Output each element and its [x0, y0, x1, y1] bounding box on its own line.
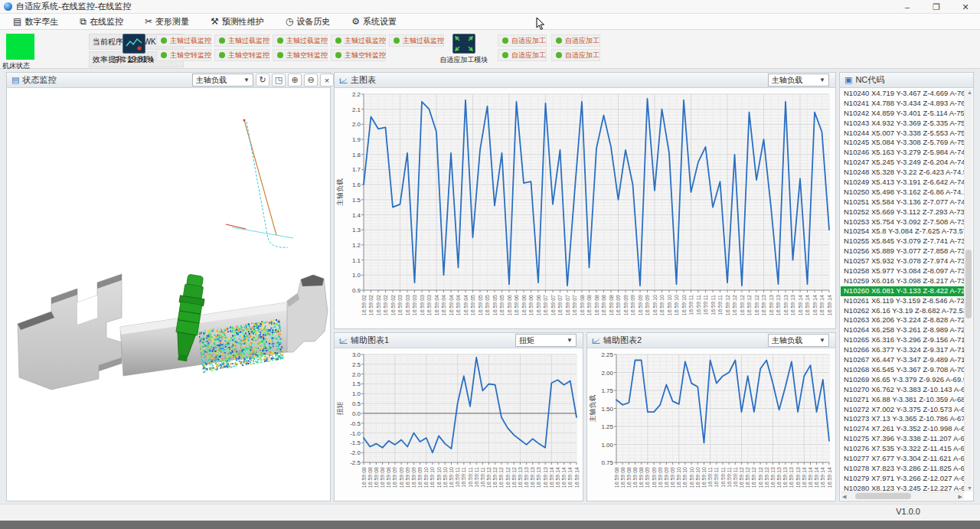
svg-text:16:59:14: 16:59:14 — [827, 467, 832, 488]
nc-line[interactable]: N10267 X6.447 Y-3.347 Z-9.489 A-71.055 — [841, 355, 964, 365]
nc-line[interactable]: N10262 X6.16 Y-3.19 Z-8.682 A-72.534 C — [841, 306, 964, 316]
nc-line[interactable]: N10246 X5.163 Y-3.279 Z-5.984 A-74.892 — [841, 148, 964, 158]
close-button[interactable]: ✕ — [951, 0, 980, 14]
svg-text:16:59:08: 16:59:08 — [361, 467, 367, 488]
rotate-icon[interactable]: ↻ — [256, 73, 270, 87]
nc-line[interactable]: N10254 X5.8 Y-3.084 Z-7.625 A-73.571 C — [841, 227, 964, 237]
nc-line[interactable]: N10241 X4.788 Y-3.434 Z-4.893 A-76.062 — [841, 99, 964, 109]
nc-line[interactable]: N10256 X5.889 Y-3.077 Z-7.858 A-73.348 — [841, 247, 964, 256]
svg-text:16:59:10: 16:59:10 — [667, 295, 672, 315]
spindle-overload-button-3[interactable]: 主轴过载监控 — [273, 34, 328, 47]
nc-line[interactable]: N10275 X7.396 Y-3.338 Z-11.207 A-65.95 — [841, 434, 964, 444]
maximize-button[interactable]: ❐ — [922, 0, 951, 14]
nc-line[interactable]: N10258 X5.977 Y-3.084 Z-8.097 A-73.138 — [841, 266, 964, 276]
nc-line[interactable]: N10265 X6.316 Y-3.296 Z-9.156 A-71.771 — [841, 335, 964, 345]
nc-line[interactable]: N10263 X6.206 Y-3.224 Z-8.828 A-72.33 ( — [841, 315, 964, 325]
nc-line[interactable]: N10250 X5.498 Y-3.162 Z-6.86 A-74.178 ( — [841, 188, 964, 198]
nc-line[interactable]: N10249 X5.413 Y-3.191 Z-6.642 A-74.346 — [841, 178, 964, 188]
spindle-idle-button-4[interactable]: 主轴空转监控 — [331, 49, 386, 61]
view-signal-dropdown[interactable]: 主轴负载▼ — [192, 73, 253, 87]
adaptive-machining-button-2[interactable]: 自适应加工 — [551, 34, 600, 47]
nc-line[interactable]: N10255 X5.845 Y-3.079 Z-7.741 A-73.458 — [841, 237, 964, 247]
nc-line-current[interactable]: N10260 X6.081 Y-3.133 Z-8.422 A-72.835 — [841, 286, 964, 296]
nc-line[interactable]: N10242 X4.859 Y-3.401 Z-5.114 A-75.775 — [841, 109, 964, 119]
nc-line[interactable]: N10247 X5.245 Y-3.249 Z-6.204 A-74.701 — [841, 158, 964, 168]
nc-horizontal-scrollbar[interactable]: ◀ ▶ — [841, 491, 964, 500]
nc-line[interactable]: N10273 X7.13 Y-3.365 Z-10.786 A-67.372 — [841, 414, 964, 424]
svg-text:16:59:11: 16:59:11 — [714, 467, 719, 488]
spindle-overload-button-4[interactable]: 主轴过载监控 — [331, 34, 386, 47]
svg-text:16:59:05: 16:59:05 — [485, 295, 490, 315]
nc-line[interactable]: N10264 X6.258 Y-3.261 Z-8.989 A-72.072 — [841, 325, 964, 335]
spindle-idle-button-2[interactable]: 主轴空转监控 — [214, 49, 270, 61]
nc-line[interactable]: N10266 X6.377 Y-3.324 Z-9.317 A-71.443 — [841, 345, 964, 355]
svg-text:16:59:11: 16:59:11 — [455, 467, 460, 488]
nc-line[interactable]: N10244 X5.007 Y-3.338 Z-5.553 A-75.297 — [841, 129, 964, 139]
aux-chart1-plot[interactable]: -2.5-2.0-1.5-1.0-0.50.00.51.01.52.02.53.… — [335, 348, 583, 501]
nc-line[interactable]: N10271 X6.88 Y-3.381 Z-10.359 A-68.711 — [841, 395, 964, 405]
nc-line[interactable]: N10276 X7.535 Y-3.322 Z-11.415 A-65.22 — [841, 444, 964, 454]
nc-line[interactable]: N10277 X7.677 Y-3.304 Z-11.621 A-64.48 — [841, 454, 964, 464]
spindle-overload-button-5[interactable]: 主轴过载监控 — [389, 34, 444, 47]
3d-model-viewport[interactable] — [7, 88, 330, 501]
svg-text:16:59:14: 16:59:14 — [798, 295, 803, 315]
aux-chart1-signal-dropdown[interactable]: 扭矩▼ — [515, 334, 577, 347]
main-chart-signal-dropdown[interactable]: 主轴负载▼ — [768, 73, 829, 87]
spindle-idle-button-1[interactable]: 主轴空转监控 — [156, 49, 211, 61]
nc-line[interactable]: N10253 X5.754 Y-3.092 Z-7.508 A-73.677 — [841, 217, 964, 227]
nc-code-list[interactable]: N10240 X4.719 Y-3.467 Z-4.669 A-76.396N1… — [841, 89, 964, 491]
menu-item-monitor[interactable]: ⧉在线监控 — [73, 15, 130, 29]
nc-line[interactable]: N10248 X5.328 Y-3.22 Z-6.423 A-74.52 C — [841, 168, 964, 178]
menu-item-wrench[interactable]: ⚒预测性维护 — [204, 15, 271, 29]
svg-text:16:59:04: 16:59:04 — [434, 295, 439, 315]
nc-line[interactable]: N10257 X5.932 Y-3.078 Z-7.974 A-73.243 — [841, 256, 964, 266]
button-label: 主轴空转监控 — [286, 51, 328, 60]
nc-line[interactable]: N10245 X5.084 Y-3.308 Z-5.769 A-75.088 — [841, 138, 964, 148]
svg-text:2.25: 2.25 — [601, 351, 613, 358]
menu-item-document[interactable]: ▤数字孪生 — [6, 15, 65, 29]
svg-text:16:59:13: 16:59:13 — [524, 467, 529, 488]
zoom-out-icon[interactable]: ⊖ — [304, 73, 318, 87]
nc-line[interactable]: N10251 X5.584 Y-3.136 Z-7.077 A-74.012 — [841, 198, 964, 207]
svg-text:1.2: 1.2 — [352, 242, 361, 249]
aux-chart2-plot[interactable]: 0.751.001.251.501.752.002.2516:59:0816:5… — [587, 348, 835, 501]
spindle-idle-button-3[interactable]: 主轴空转监控 — [273, 49, 328, 61]
fit-icon[interactable]: × — [320, 73, 334, 87]
nc-line[interactable]: N10259 X6.016 Y-3.098 Z-8.217 A-73.036 — [841, 276, 964, 286]
nc-line[interactable]: N10243 X4.932 Y-3.369 Z-5.335 A-75.523 — [841, 119, 964, 129]
nc-line[interactable]: N10268 X6.545 Y-3.367 Z-9.708 A-70.519 — [841, 365, 964, 375]
menu-item-measure[interactable]: ✂变形测量 — [138, 15, 196, 29]
spindle-overload-button-2[interactable]: 主轴过载监控 — [214, 34, 270, 47]
adaptive-machining-button-1[interactable]: 自适应加工 — [498, 34, 547, 47]
nc-line[interactable]: N10278 X7.823 Y-3.286 Z-11.825 A-63.73 — [841, 464, 964, 474]
nc-line[interactable]: N10274 X7.261 Y-3.352 Z-10.998 A-66.67 — [841, 424, 964, 434]
adaptive-machining-button-4[interactable]: 自适应加工 — [551, 49, 600, 61]
nc-line[interactable]: N10269 X6.65 Y-3.379 Z-9.926 A-69.947 ( — [841, 375, 964, 385]
adaptive-module-icon[interactable] — [452, 34, 475, 54]
nc-line[interactable]: N10270 X6.762 Y-3.383 Z-10.143 A-69.34 — [841, 385, 964, 395]
nc-line[interactable]: N10280 X8.123 Y-3.245 Z-12.227 A-62.23 — [841, 484, 964, 491]
nc-line[interactable]: N10240 X4.719 Y-3.467 Z-4.669 A-76.396 — [841, 89, 964, 99]
nc-line[interactable]: N10272 X7.002 Y-3.375 Z-10.573 A-68.05 — [841, 405, 964, 415]
nc-line[interactable]: N10252 X5.669 Y-3.112 Z-7.293 A-73.844 — [841, 207, 964, 217]
nc-vertical-scrollbar[interactable]: ▲ ▼ — [964, 89, 972, 491]
nc-line[interactable]: N10261 X6.119 Y-3.159 Z-8.546 A-72.701 — [841, 296, 964, 306]
status-dot-icon — [277, 52, 283, 58]
cube-icon[interactable]: ◳ — [272, 73, 286, 87]
adaptive-machining-button-3[interactable]: 自适应加工 — [498, 49, 547, 61]
window-title: 自适应系统-在线监控-在线监控 — [16, 1, 131, 12]
minimize-button[interactable]: – — [893, 0, 922, 14]
menu-item-history[interactable]: ◷设备历史 — [279, 15, 337, 29]
spindle-overload-button-1[interactable]: 主轴过载监控 — [156, 34, 211, 47]
main-chart-plot[interactable]: 0.91.01.11.21.31.41.51.61.71.81.92.02.12… — [335, 88, 835, 328]
zoom-in-icon[interactable]: ⊕ — [288, 73, 302, 87]
svg-text:16:59:10: 16:59:10 — [676, 467, 681, 488]
svg-text:16:59:02: 16:59:02 — [390, 295, 396, 315]
svg-text:16:59:13: 16:59:13 — [776, 295, 781, 315]
anomaly-module-icon[interactable] — [122, 34, 145, 54]
aux-chart2-signal-dropdown[interactable]: 主轴负载▼ — [768, 334, 829, 347]
menu-item-gear[interactable]: ⚙系统设置 — [345, 15, 403, 29]
status-dot-icon — [335, 52, 341, 58]
nc-line[interactable]: N10279 X7.971 Y-3.266 Z-12.027 A-62.98 — [841, 474, 964, 484]
machine-state-indicator — [6, 34, 34, 60]
